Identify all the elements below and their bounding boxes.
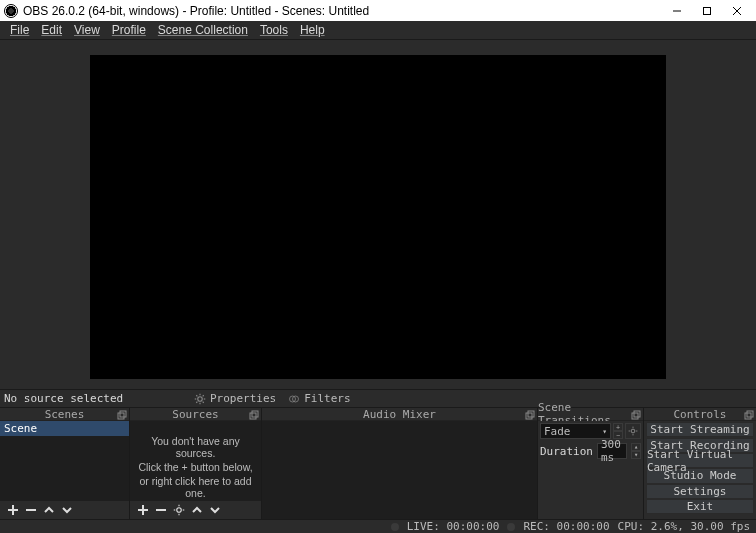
svg-rect-15	[118, 413, 124, 419]
add-source-button[interactable]	[134, 502, 152, 518]
scenes-list[interactable]: Scene	[0, 421, 129, 501]
controls-title: Controls	[674, 408, 727, 421]
rec-status: REC: 00:00:00	[523, 520, 609, 533]
remove-source-button[interactable]	[152, 502, 170, 518]
sources-empty-hint: You don't have any sources. Click the + …	[130, 421, 261, 501]
chevron-up-icon	[191, 504, 203, 516]
exit-button[interactable]: Exit	[646, 499, 754, 514]
scenes-header[interactable]: Scenes	[0, 407, 129, 421]
svg-rect-1	[704, 7, 711, 14]
no-source-label: No source selected	[4, 392, 188, 405]
undock-icon[interactable]	[630, 409, 642, 421]
plus-icon	[137, 504, 149, 516]
empty-line-3: or right click here to add one.	[134, 475, 257, 499]
transition-settings-button[interactable]	[625, 423, 641, 439]
scene-up-button[interactable]	[40, 502, 58, 518]
scenes-footer	[0, 501, 129, 519]
empty-line-1: You don't have any sources.	[134, 435, 257, 459]
source-properties-button[interactable]	[170, 502, 188, 518]
minus-icon	[155, 504, 167, 516]
dock-panels: Scenes Scene Sources You don't have any …	[0, 407, 756, 519]
sources-header[interactable]: Sources	[130, 407, 261, 421]
sources-title: Sources	[172, 408, 218, 421]
minimize-button[interactable]	[662, 0, 692, 21]
duration-stepper[interactable]: ▴▾	[631, 443, 641, 459]
menu-edit[interactable]: Edit	[35, 22, 68, 38]
svg-rect-42	[528, 411, 534, 417]
start-streaming-button[interactable]: Start Streaming	[646, 422, 754, 437]
svg-line-12	[203, 395, 204, 396]
menu-help[interactable]: Help	[294, 22, 331, 38]
menu-file[interactable]: File	[4, 22, 35, 38]
undock-icon[interactable]	[116, 409, 128, 421]
live-status-dot	[391, 523, 399, 531]
transitions-header[interactable]: Scene Transitions	[538, 407, 643, 421]
controls-header[interactable]: Controls	[644, 407, 756, 421]
settings-button[interactable]: Settings	[646, 484, 754, 499]
plus-icon	[7, 504, 19, 516]
svg-line-11	[196, 401, 197, 402]
window-title: OBS 26.0.2 (64-bit, windows) - Profile: …	[23, 4, 662, 18]
transition-selected: Fade	[544, 425, 571, 438]
sources-panel: Sources You don't have any sources. Clic…	[130, 407, 262, 519]
svg-line-10	[203, 401, 204, 402]
properties-label: Properties	[210, 392, 276, 405]
svg-rect-20	[250, 413, 256, 419]
audio-mixer-panel: Audio Mixer	[262, 407, 538, 519]
scene-down-button[interactable]	[58, 502, 76, 518]
dropdown-icon: ▾	[602, 427, 607, 436]
filters-label: Filters	[304, 392, 350, 405]
source-up-button[interactable]	[188, 502, 206, 518]
controls-panel: Controls Start Streaming Start Recording…	[644, 407, 756, 519]
mixer-body[interactable]	[262, 421, 537, 519]
chevron-up-icon	[43, 504, 55, 516]
undock-icon[interactable]	[743, 409, 755, 421]
gear-icon	[628, 426, 638, 436]
maximize-button[interactable]	[692, 0, 722, 21]
duration-value: 300 ms	[601, 438, 623, 464]
svg-rect-44	[634, 411, 640, 417]
duration-input[interactable]: 300 ms	[597, 443, 627, 459]
transitions-body: Fade ▾ +− Duration 300 ms ▴▾	[538, 421, 643, 519]
remove-scene-button[interactable]	[22, 502, 40, 518]
svg-rect-21	[252, 411, 258, 417]
filters-button[interactable]: Filters	[282, 392, 356, 405]
properties-button[interactable]: Properties	[188, 392, 282, 405]
transition-add-remove[interactable]: +−	[613, 423, 623, 439]
transition-select[interactable]: Fade ▾	[540, 423, 611, 439]
obs-logo-icon	[4, 4, 18, 18]
svg-point-45	[631, 429, 635, 433]
live-status: LIVE: 00:00:00	[407, 520, 500, 533]
mixer-header[interactable]: Audio Mixer	[262, 407, 537, 421]
start-virtual-camera-button[interactable]: Start Virtual Camera	[646, 453, 754, 468]
minus-icon	[25, 504, 37, 516]
svg-rect-16	[120, 411, 126, 417]
add-scene-button[interactable]	[4, 502, 22, 518]
empty-line-2: Click the + button below,	[138, 461, 252, 473]
svg-rect-43	[632, 413, 638, 419]
controls-body: Start Streaming Start Recording Start Vi…	[644, 421, 756, 519]
menu-view[interactable]: View	[68, 22, 106, 38]
gear-icon	[173, 504, 185, 516]
mixer-title: Audio Mixer	[363, 408, 436, 421]
duration-label: Duration	[540, 445, 593, 458]
svg-rect-51	[747, 411, 753, 417]
menu-scene-collection[interactable]: Scene Collection	[152, 22, 254, 38]
source-down-button[interactable]	[206, 502, 224, 518]
close-button[interactable]	[722, 0, 752, 21]
status-bar: LIVE: 00:00:00 REC: 00:00:00 CPU: 2.6%, …	[0, 519, 756, 533]
cpu-status: CPU: 2.6%, 30.00 fps	[618, 520, 750, 533]
svg-line-9	[196, 395, 197, 396]
scene-item[interactable]: Scene	[0, 421, 129, 436]
svg-rect-50	[745, 413, 751, 419]
preview-canvas[interactable]	[90, 55, 666, 379]
menu-profile[interactable]: Profile	[106, 22, 152, 38]
menu-tools[interactable]: Tools	[254, 22, 294, 38]
svg-point-36	[177, 508, 182, 513]
scenes-title: Scenes	[45, 408, 85, 421]
preview-area	[0, 40, 756, 389]
title-bar: OBS 26.0.2 (64-bit, windows) - Profile: …	[0, 0, 756, 21]
undock-icon[interactable]	[248, 409, 260, 421]
sources-list[interactable]: You don't have any sources. Click the + …	[130, 421, 261, 501]
undock-icon[interactable]	[524, 409, 536, 421]
